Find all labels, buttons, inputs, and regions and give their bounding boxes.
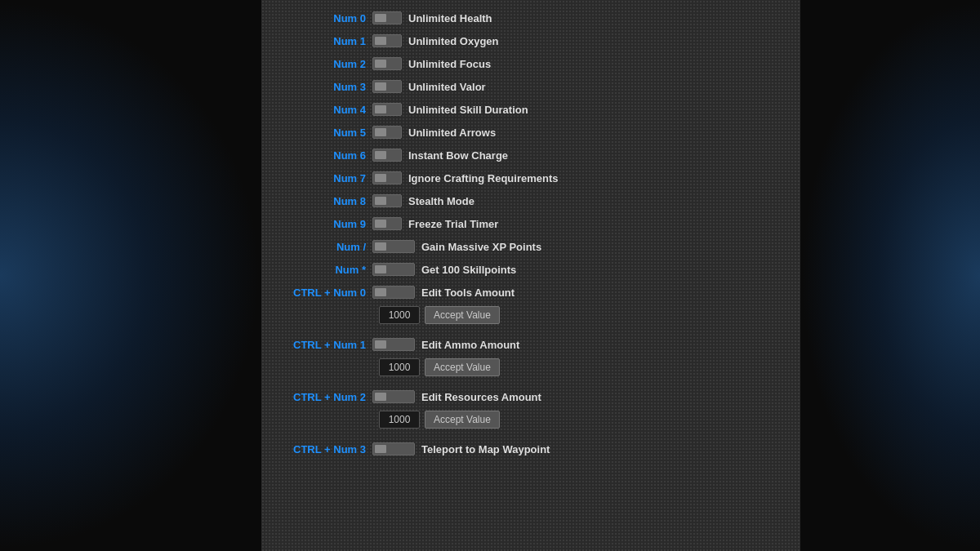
key-label: Num 0: [274, 12, 372, 24]
cheat-row: Num 1Unlimited Oxygen: [274, 29, 787, 52]
left-panel: [0, 0, 261, 551]
key-label: CTRL + Num 3: [274, 443, 372, 455]
cheat-row: Num 3Unlimited Valor: [274, 75, 787, 98]
toggle-switch[interactable]: [372, 263, 415, 276]
cheat-row: Num 2Unlimited Focus: [274, 52, 787, 75]
cheat-row: Num 6Instant Bow Charge: [274, 144, 787, 167]
toggle-switch[interactable]: [372, 171, 402, 184]
key-label: Num 2: [274, 58, 372, 70]
toggle-switch[interactable]: [372, 57, 402, 70]
cheat-label: Edit Ammo Amount: [421, 339, 519, 351]
key-label: Num 6: [274, 149, 372, 162]
cheat-label: Unlimited Skill Duration: [408, 104, 528, 116]
key-label: CTRL + Num 0: [274, 287, 372, 299]
cheat-row: Num /Gain Massive XP Points: [274, 235, 787, 258]
cheat-label: Freeze Trial Timer: [408, 218, 498, 230]
toggle-switch[interactable]: [372, 286, 415, 299]
input-row: Accept Value: [372, 408, 787, 433]
cheat-label: Ignore Crafting Requirements: [408, 172, 558, 184]
cheat-label: Edit Resources Amount: [421, 391, 541, 403]
cheat-row: CTRL + Num 2Edit Resources Amount: [274, 385, 787, 408]
key-label: Num 4: [274, 104, 372, 116]
key-label: Num 3: [274, 81, 372, 93]
key-label: Num 9: [274, 218, 372, 230]
value-input[interactable]: [379, 306, 420, 324]
value-input[interactable]: [379, 411, 420, 429]
cheat-row: Num 5Unlimited Arrows: [274, 121, 787, 144]
cheat-label: Unlimited Valor: [408, 81, 486, 93]
toggle-switch[interactable]: [372, 194, 402, 207]
cheat-row: CTRL + Num 3Teleport to Map Waypoint: [274, 438, 787, 460]
cheat-label: Instant Bow Charge: [408, 149, 508, 162]
key-label: Num 7: [274, 172, 372, 184]
cheat-row: Num 8Stealth Mode: [274, 189, 787, 212]
cheat-label: Unlimited Health: [408, 12, 492, 24]
right-panel: [800, 0, 980, 551]
accept-value-button[interactable]: Accept Value: [425, 306, 500, 324]
toggle-switch[interactable]: [372, 442, 415, 455]
cheat-row: Num 4Unlimited Skill Duration: [274, 98, 787, 121]
input-row: Accept Value: [372, 356, 787, 380]
cheat-label: Unlimited Oxygen: [408, 35, 499, 47]
toggle-switch[interactable]: [372, 390, 415, 403]
toggle-switch[interactable]: [372, 126, 402, 139]
cheat-row: CTRL + Num 1Edit Ammo Amount: [274, 333, 787, 356]
key-label: CTRL + Num 2: [274, 391, 372, 403]
main-panel: Num 0Unlimited HealthNum 1Unlimited Oxyg…: [261, 0, 800, 551]
accept-value-button[interactable]: Accept Value: [425, 411, 500, 429]
toggle-switch[interactable]: [372, 240, 415, 253]
cheat-label: Get 100 Skillpoints: [421, 264, 516, 276]
toggle-switch[interactable]: [372, 80, 402, 93]
cheat-label: Unlimited Focus: [408, 58, 491, 70]
cheat-row: CTRL + Num 0Edit Tools Amount: [274, 281, 787, 304]
toggle-switch[interactable]: [372, 11, 402, 24]
cheat-label: Teleport to Map Waypoint: [421, 443, 550, 455]
toggle-switch[interactable]: [372, 103, 402, 116]
cheat-label: Edit Tools Amount: [421, 287, 514, 299]
key-label: CTRL + Num 1: [274, 339, 372, 351]
toggle-switch[interactable]: [372, 338, 415, 351]
key-label: Num 8: [274, 195, 372, 207]
toggle-switch[interactable]: [372, 149, 402, 162]
cheat-row: Num 7Ignore Crafting Requirements: [274, 167, 787, 189]
cheat-label: Stealth Mode: [408, 195, 474, 207]
key-label: Num 5: [274, 127, 372, 139]
input-row: Accept Value: [372, 304, 787, 328]
key-label: Num 1: [274, 35, 372, 47]
toggle-switch[interactable]: [372, 217, 402, 230]
cheat-label: Gain Massive XP Points: [421, 241, 541, 253]
key-label: Num /: [274, 241, 372, 253]
accept-value-button[interactable]: Accept Value: [425, 358, 500, 376]
value-input[interactable]: [379, 358, 420, 376]
cheat-label: Unlimited Arrows: [408, 127, 496, 139]
cheat-row: Num *Get 100 Skillpoints: [274, 258, 787, 281]
toggle-switch[interactable]: [372, 34, 402, 47]
cheat-row: Num 0Unlimited Health: [274, 7, 787, 29]
key-label: Num *: [274, 264, 372, 276]
cheat-row: Num 9Freeze Trial Timer: [274, 212, 787, 235]
